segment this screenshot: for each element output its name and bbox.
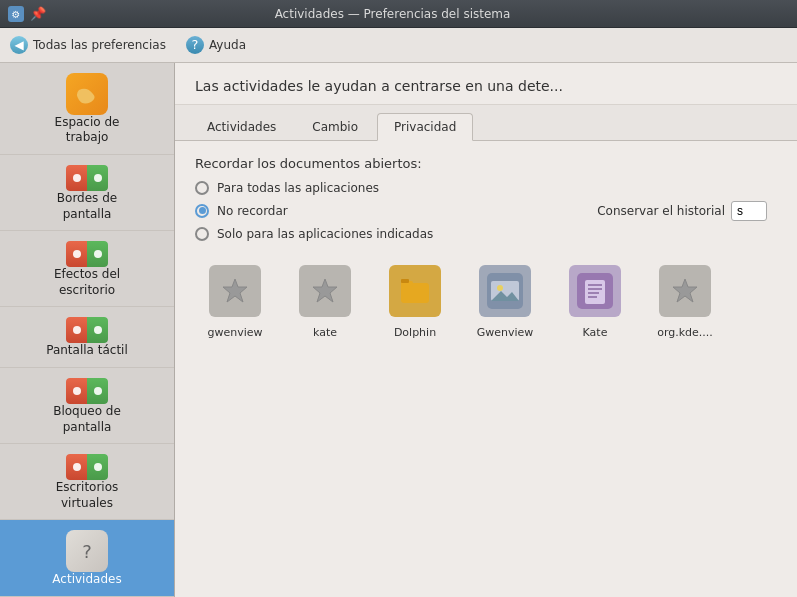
back-label: Todas las preferencias [33, 38, 166, 52]
sidebar-item-pantalla-tactil[interactable]: Pantalla táctil [0, 307, 174, 368]
app-gwenview-color-label: Gwenview [477, 326, 534, 339]
help-button[interactable]: ? Ayuda [186, 36, 246, 54]
section-title: Recordar los documentos abiertos: [195, 156, 777, 171]
app-org-kde[interactable]: org.kde.... [645, 256, 725, 344]
radio-solo-circle [195, 227, 209, 241]
sidebar-item-escritorios[interactable]: Escritoriosvirtuales [0, 444, 174, 520]
sidebar-item-espacio[interactable]: Espacio detrabajo [0, 63, 174, 155]
app-kate-gray[interactable]: kate [285, 256, 365, 344]
radio-todas-label: Para todas las aplicaciones [217, 181, 379, 195]
app-gwenview-color[interactable]: Gwenview [465, 256, 545, 344]
navbar: ◀ Todas las preferencias ? Ayuda [0, 28, 797, 63]
titlebar-icons: ⚙ 📌 [8, 6, 46, 22]
toggle-icon-escritorios [66, 454, 108, 480]
svg-marker-3 [313, 279, 337, 302]
sidebar: Espacio detrabajo Bordes depantalla Efec… [0, 63, 175, 597]
app-dolphin-label: Dolphin [394, 326, 436, 339]
dolphin-icon [389, 265, 441, 317]
gwenview-gray-icon [209, 265, 261, 317]
help-label: Ayuda [209, 38, 246, 52]
privacidad-content: Recordar los documentos abiertos: Para t… [175, 141, 797, 597]
radio-solo[interactable]: Solo para las aplicaciones indicadas [195, 227, 777, 241]
tabs-container: Actividades Cambio Privacidad [175, 105, 797, 141]
titlebar: ⚙ 📌 Actividades — Preferencias del siste… [0, 0, 797, 28]
toggle-icon-pantalla [66, 317, 108, 343]
tab-actividades[interactable]: Actividades [190, 113, 293, 140]
app-icon: ⚙ [8, 6, 24, 22]
radio-no-recordar-circle [195, 204, 209, 218]
toggle-icon-efectos [66, 241, 108, 267]
app-gwenview-gray-label: gwenview [207, 326, 262, 339]
sidebar-item-efectos-label: Efectos delescritorio [54, 267, 120, 298]
svg-text:⚙: ⚙ [12, 9, 21, 20]
apps-grid: gwenview kate [195, 256, 777, 344]
app-kate-color-label: Kate [583, 326, 608, 339]
app-dolphin[interactable]: Dolphin [375, 256, 455, 344]
radio-todas-circle [195, 181, 209, 195]
svg-rect-12 [585, 280, 605, 304]
back-arrow-icon: ◀ [10, 36, 28, 54]
sidebar-item-espacio-label: Espacio detrabajo [55, 115, 120, 146]
sidebar-item-bordes-label: Bordes depantalla [57, 191, 117, 222]
svg-marker-2 [223, 279, 247, 302]
app-icon-org-container [655, 261, 715, 321]
back-button[interactable]: ◀ Todas las preferencias [10, 36, 166, 54]
kate-color-icon [569, 265, 621, 317]
radio-solo-label: Solo para las aplicaciones indicadas [217, 227, 433, 241]
history-label: Conservar el historial [597, 204, 725, 218]
history-input[interactable] [731, 201, 767, 221]
svg-rect-6 [401, 279, 409, 283]
gwenview-color-icon [479, 265, 531, 317]
app-kate-gray-label: kate [313, 326, 337, 339]
app-icon-gwenview-gray-container [205, 261, 265, 321]
app-icon-gwenview-container [475, 261, 535, 321]
app-gwenview-gray[interactable]: gwenview [195, 256, 275, 344]
org-kde-icon [659, 265, 711, 317]
pin-icon: 📌 [30, 6, 46, 21]
moon-icon [66, 73, 108, 115]
tab-privacidad[interactable]: Privacidad [377, 113, 473, 141]
kate-gray-icon [299, 265, 351, 317]
sidebar-item-actividades[interactable]: ? Actividades [0, 520, 174, 597]
app-icon-kate-container [565, 261, 625, 321]
sidebar-item-actividades-label: Actividades [52, 572, 121, 588]
sidebar-item-efectos[interactable]: Efectos delescritorio [0, 231, 174, 307]
help-icon: ? [186, 36, 204, 54]
sidebar-item-bordes[interactable]: Bordes depantalla [0, 155, 174, 231]
question-icon: ? [66, 530, 108, 572]
radio-group: Para todas las aplicaciones No recordar … [195, 181, 777, 241]
sidebar-item-bloqueo[interactable]: Bloqueo depantalla [0, 368, 174, 444]
content-area: Las actividades le ayudan a centrarse en… [175, 63, 797, 597]
app-icon-kate-gray-container [295, 261, 355, 321]
app-icon-dolphin-container [385, 261, 445, 321]
app-org-kde-label: org.kde.... [657, 326, 713, 339]
svg-marker-17 [673, 279, 697, 302]
toggle-icon-bordes [66, 165, 108, 191]
tab-cambio[interactable]: Cambio [295, 113, 375, 140]
radio-no-recordar-label: No recordar [217, 204, 288, 218]
content-title: Las actividades le ayudan a centrarse en… [195, 78, 563, 94]
app-kate-color[interactable]: Kate [555, 256, 635, 344]
content-header: Las actividades le ayudan a centrarse en… [175, 63, 797, 105]
sidebar-item-pantalla-label: Pantalla táctil [46, 343, 128, 359]
radio-todas[interactable]: Para todas las aplicaciones [195, 181, 777, 195]
sidebar-item-bloqueo-label: Bloqueo depantalla [53, 404, 121, 435]
radio-no-recordar[interactable]: No recordar [195, 204, 288, 218]
toggle-icon-bloqueo [66, 378, 108, 404]
svg-point-9 [497, 285, 503, 291]
sidebar-item-escritorios-label: Escritoriosvirtuales [56, 480, 119, 511]
titlebar-title: Actividades — Preferencias del sistema [46, 7, 739, 21]
